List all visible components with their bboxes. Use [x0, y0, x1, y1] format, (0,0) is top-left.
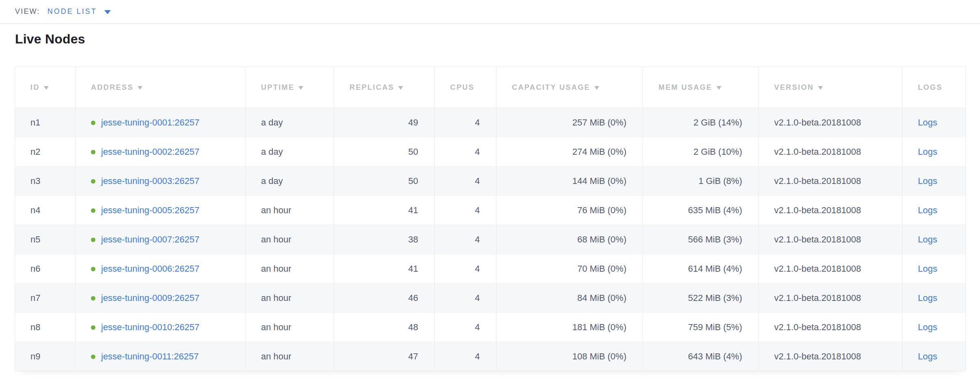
view-bar: VIEW: NODE LIST: [0, 0, 980, 24]
node-address-link[interactable]: jesse-tuning-0010:26257: [101, 322, 199, 332]
column-header-replicas[interactable]: REPLICAS: [334, 67, 435, 108]
logs-link[interactable]: Logs: [918, 234, 937, 244]
node-mem-usage-cell: 614 MiB (4%): [643, 254, 759, 283]
view-selector[interactable]: NODE LIST: [47, 7, 111, 16]
node-address-link[interactable]: jesse-tuning-0011:26257: [101, 351, 199, 361]
logs-link[interactable]: Logs: [918, 147, 937, 157]
logs-link[interactable]: Logs: [918, 205, 937, 215]
node-version-cell: v2.1.0-beta.20181008: [759, 283, 902, 313]
node-cpus-cell: 4: [435, 313, 496, 342]
node-logs-cell: Logs: [902, 225, 966, 254]
live-nodes-table: IDADDRESSUPTIMEREPLICASCPUSCAPACITY USAG…: [15, 67, 966, 371]
node-id-cell: n9: [15, 342, 76, 371]
column-header-label: CPUS: [450, 83, 475, 91]
logs-link[interactable]: Logs: [918, 176, 937, 186]
column-header-label: VERSION: [774, 83, 814, 91]
node-address-link[interactable]: jesse-tuning-0003:26257: [101, 176, 199, 186]
column-header-label: CAPACITY USAGE: [512, 83, 590, 91]
logs-link[interactable]: Logs: [918, 264, 937, 274]
logs-link[interactable]: Logs: [918, 351, 937, 361]
node-uptime-cell: an hour: [246, 313, 334, 342]
node-id-cell: n8: [15, 313, 76, 342]
table-header-row: IDADDRESSUPTIMEREPLICASCPUSCAPACITY USAG…: [15, 67, 966, 108]
node-uptime-cell: a day: [246, 137, 334, 167]
live-nodes-table-wrap: IDADDRESSUPTIMEREPLICASCPUSCAPACITY USAG…: [15, 67, 965, 371]
node-address-cell: jesse-tuning-0011:26257: [76, 342, 246, 371]
column-header-mem[interactable]: MEM USAGE: [643, 67, 759, 108]
node-replicas-cell: 49: [334, 108, 435, 137]
node-capacity-usage-cell: 274 MiB (0%): [496, 137, 643, 167]
node-id-cell: n1: [15, 108, 76, 137]
logs-link[interactable]: Logs: [918, 293, 937, 303]
table-row: n7 jesse-tuning-0009:26257 an hour 46 4 …: [15, 283, 966, 313]
sort-desc-icon: [398, 86, 403, 90]
sort-desc-icon: [138, 86, 142, 90]
node-live-status-icon: [91, 238, 95, 242]
node-address-link[interactable]: jesse-tuning-0006:26257: [101, 264, 199, 274]
node-address-link[interactable]: jesse-tuning-0001:26257: [101, 117, 199, 128]
node-replicas-cell: 38: [334, 225, 435, 254]
node-replicas-cell: 48: [334, 313, 435, 342]
column-header-label: UPTIME: [261, 83, 294, 91]
table-row: n2 jesse-tuning-0002:26257 a day 50 4 27…: [15, 137, 966, 167]
node-logs-cell: Logs: [902, 167, 966, 196]
table-row: n9 jesse-tuning-0011:26257 an hour 47 4 …: [15, 342, 966, 371]
chevron-down-icon: [104, 10, 111, 14]
node-mem-usage-cell: 635 MiB (4%): [643, 196, 759, 225]
node-version-cell: v2.1.0-beta.20181008: [759, 167, 902, 196]
node-capacity-usage-cell: 70 MiB (0%): [496, 254, 643, 283]
node-live-status-icon: [91, 267, 95, 271]
node-mem-usage-cell: 2 GiB (10%): [643, 137, 759, 167]
logs-link[interactable]: Logs: [918, 117, 937, 128]
column-header-uptime[interactable]: UPTIME: [246, 67, 334, 108]
node-replicas-cell: 46: [334, 283, 435, 313]
view-label: VIEW:: [15, 7, 40, 16]
node-uptime-cell: an hour: [246, 342, 334, 371]
column-header-capacity[interactable]: CAPACITY USAGE: [496, 67, 643, 108]
column-header-label: ADDRESS: [91, 83, 134, 91]
node-uptime-cell: an hour: [246, 254, 334, 283]
node-address-cell: jesse-tuning-0010:26257: [76, 313, 246, 342]
node-address-link[interactable]: jesse-tuning-0002:26257: [101, 147, 199, 157]
node-uptime-cell: a day: [246, 108, 334, 137]
main-content: Live Nodes IDADDRESSUPTIMEREPLICASCPUSCA…: [0, 32, 980, 371]
column-header-cpus: CPUS: [435, 67, 496, 108]
node-capacity-usage-cell: 257 MiB (0%): [496, 108, 643, 137]
column-header-label: ID: [30, 83, 40, 91]
node-address-cell: jesse-tuning-0001:26257: [76, 108, 246, 137]
node-live-status-icon: [91, 355, 95, 359]
node-mem-usage-cell: 566 MiB (3%): [643, 225, 759, 254]
node-address-cell: jesse-tuning-0007:26257: [76, 225, 246, 254]
node-version-cell: v2.1.0-beta.20181008: [759, 137, 902, 167]
view-selected-value: NODE LIST: [47, 7, 97, 16]
column-header-version[interactable]: VERSION: [759, 67, 902, 108]
node-address-link[interactable]: jesse-tuning-0009:26257: [101, 293, 199, 303]
column-header-id[interactable]: ID: [15, 67, 76, 108]
node-mem-usage-cell: 759 MiB (5%): [643, 313, 759, 342]
node-address-link[interactable]: jesse-tuning-0005:26257: [101, 205, 199, 215]
node-version-cell: v2.1.0-beta.20181008: [759, 254, 902, 283]
node-address-link[interactable]: jesse-tuning-0007:26257: [101, 234, 199, 244]
node-cpus-cell: 4: [435, 254, 496, 283]
node-address-cell: jesse-tuning-0005:26257: [76, 196, 246, 225]
column-header-label: REPLICAS: [350, 83, 394, 91]
node-address-cell: jesse-tuning-0009:26257: [76, 283, 246, 313]
node-version-cell: v2.1.0-beta.20181008: [759, 342, 902, 371]
sort-desc-icon: [44, 86, 49, 90]
sort-desc-icon: [818, 86, 823, 90]
node-replicas-cell: 50: [334, 167, 435, 196]
node-uptime-cell: a day: [246, 167, 334, 196]
node-logs-cell: Logs: [902, 254, 966, 283]
sort-desc-icon: [717, 86, 721, 90]
table-row: n6 jesse-tuning-0006:26257 an hour 41 4 …: [15, 254, 966, 283]
node-live-status-icon: [91, 325, 95, 330]
column-header-address[interactable]: ADDRESS: [76, 67, 246, 108]
table-row: n8 jesse-tuning-0010:26257 an hour 48 4 …: [15, 313, 966, 342]
node-cpus-cell: 4: [435, 225, 496, 254]
node-mem-usage-cell: 1 GiB (8%): [643, 167, 759, 196]
node-capacity-usage-cell: 108 MiB (0%): [496, 342, 643, 371]
logs-link[interactable]: Logs: [918, 322, 937, 332]
node-logs-cell: Logs: [902, 283, 966, 313]
node-id-cell: n2: [15, 137, 76, 167]
column-header-label: LOGS: [918, 83, 943, 91]
